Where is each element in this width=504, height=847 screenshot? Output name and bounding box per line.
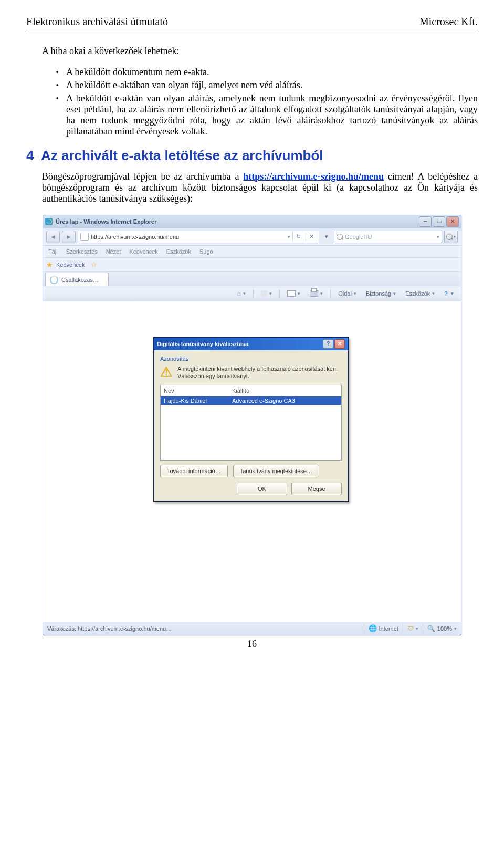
menu-tools[interactable]: Eszközök	[166, 248, 191, 255]
address-dropdown-icon[interactable]: ▾	[288, 234, 290, 239]
page-menu-button[interactable]: Oldal ▾	[335, 288, 360, 299]
section-paragraph: Böngészőprogramjával lépjen be az archív…	[42, 171, 478, 204]
address-field[interactable]: https://archivum.e-szigno.hu/menu ▾ ↻ ✕	[78, 231, 319, 243]
menu-edit[interactable]: Szerkesztés	[66, 248, 98, 255]
home-icon: ⌂	[237, 289, 241, 297]
cert-row-issuer: Advanced e-Szigno CA3	[232, 398, 338, 404]
more-info-button[interactable]: További információ…	[160, 465, 228, 477]
search-provider-dropdown[interactable]: ▾	[321, 233, 332, 240]
tools-menu-button[interactable]: Eszközök ▾	[402, 288, 438, 299]
cert-row-name: Hajdu-Kis Dániel	[164, 398, 232, 404]
mail-icon	[287, 290, 296, 297]
column-name: Név	[164, 388, 232, 394]
status-protected-mode: 🛡 ▾	[403, 624, 418, 633]
dialog-message: A megtekinteni kívánt webhely a felhaszn…	[177, 365, 342, 380]
section-heading: 4 Az archivált e-akta letöltése az archí…	[26, 148, 478, 164]
warning-icon: ⚠	[160, 365, 172, 380]
favorites-label[interactable]: Kedvencek	[56, 262, 85, 268]
tab-connecting[interactable]: Csatlakozás…	[45, 273, 109, 286]
status-zone: 🌐 Internet	[364, 624, 398, 633]
toolbar-row: ⌂▾ ▾ ▾ ▾ Oldal ▾ Biztonság ▾ Eszközök ▾ …	[43, 286, 461, 301]
address-row: ◄ ► https://archivum.e-szigno.hu/menu ▾ …	[43, 228, 461, 246]
browser-window: Üres lap - Windows Internet Explorer ━ ▭…	[43, 215, 461, 635]
intro-line: A hiba okai a következőek lehetnek:	[42, 45, 478, 57]
window-controls: ━ ▭ ✕	[419, 216, 459, 227]
back-button[interactable]: ◄	[46, 231, 60, 243]
page-header: Elektronikus archiválási útmutató Micros…	[26, 16, 478, 30]
section-number: 4	[26, 148, 34, 163]
rss-icon	[261, 290, 267, 297]
dialog-close-button[interactable]: ✕	[334, 339, 345, 349]
search-go-button[interactable]: ▾	[444, 231, 458, 243]
header-underline	[26, 30, 478, 30]
zoom-value: 100%	[437, 625, 452, 632]
cert-row[interactable]: Hajdu-Kis Dániel Advanced e-Szigno CA3	[161, 396, 341, 405]
refresh-button[interactable]: ↻	[292, 232, 303, 242]
status-zoom[interactable]: 🔍 100% ▾	[423, 624, 457, 633]
shield-icon: 🛡	[407, 625, 414, 632]
cert-listbox[interactable]: Név Kiállító Hajdu-Kis Dániel Advanced e…	[160, 385, 342, 461]
menu-help[interactable]: Súgó	[200, 248, 213, 255]
dialog-group-label: Azonosítás	[160, 355, 342, 362]
add-favorite-icon[interactable]: ☆	[91, 260, 97, 268]
window-title: Üres lap - Windows Internet Explorer	[56, 218, 419, 225]
archive-url-link[interactable]: https://archivum.e-szigno.hu/menu	[243, 171, 384, 182]
header-left: Elektronikus archiválási útmutató	[26, 16, 168, 28]
bullet-item: A beküldött dokumentum nem e-akta.	[63, 67, 478, 78]
connecting-icon	[50, 276, 58, 284]
page-icon	[80, 233, 89, 241]
stop-button[interactable]: ✕	[306, 232, 317, 242]
feeds-button[interactable]: ▾	[258, 288, 275, 299]
chevron-down-icon: ▾	[454, 626, 457, 631]
mail-button[interactable]: ▾	[284, 288, 303, 299]
menu-bar: Fájl Szerkesztés Nézet Kedvencek Eszközö…	[43, 246, 461, 258]
printer-icon	[310, 290, 318, 297]
minimize-button[interactable]: ━	[419, 216, 432, 227]
help-button[interactable]: ?▾	[441, 288, 457, 299]
menu-view[interactable]: Nézet	[106, 248, 121, 255]
bullet-list: A beküldött dokumentum nem e-akta. A bek…	[52, 67, 478, 137]
home-button[interactable]: ⌂▾	[234, 288, 249, 299]
toolbar-separator	[330, 289, 331, 298]
dialog-message-row: ⚠ A megtekinteni kívánt webhely a felhas…	[160, 365, 342, 380]
search-dropdown-icon[interactable]: ▾	[437, 234, 439, 239]
search-placeholder: GoogleHU	[345, 234, 435, 240]
dialog-help-button[interactable]: ?	[323, 339, 333, 349]
cert-list-header: Név Kiállító	[161, 386, 341, 396]
bullet-item: A beküldött e-aktán van olyan aláírás, a…	[63, 93, 478, 137]
status-bar: Várakozás: https://archivum.e-szigno.hu/…	[43, 622, 461, 635]
section-title: Az archivált e-akta letöltése az archívu…	[41, 148, 323, 163]
cancel-button[interactable]: Mégse	[291, 483, 342, 495]
maximize-button[interactable]: ▭	[433, 216, 445, 227]
tab-label: Csatlakozás…	[61, 277, 99, 283]
address-text: https://archivum.e-szigno.hu/menu	[91, 234, 286, 240]
header-right: Microsec Kft.	[419, 16, 478, 28]
status-text: Várakozás: https://archivum.e-szigno.hu/…	[47, 625, 226, 632]
dialog-body: Azonosítás ⚠ A megtekinteni kívánt webhe…	[154, 350, 348, 502]
ok-button[interactable]: OK	[237, 483, 287, 495]
dialog-title: Digitális tanúsítvány kiválasztása	[157, 341, 322, 347]
toolbar-separator	[279, 289, 280, 298]
favorites-bar: ★ Kedvencek ☆	[43, 258, 461, 272]
forward-button[interactable]: ►	[62, 231, 76, 243]
tab-row: Csatlakozás…	[43, 272, 461, 286]
search-icon	[337, 234, 343, 240]
safety-menu-button[interactable]: Biztonság ▾	[363, 288, 399, 299]
globe-icon: 🌐	[369, 624, 377, 632]
toolbar-separator	[253, 289, 254, 298]
zoom-icon: 🔍	[427, 625, 435, 632]
dialog-secondary-buttons: További információ… Tanúsítvány megtekin…	[160, 465, 342, 477]
star-icon[interactable]: ★	[46, 260, 53, 269]
bullet-item: A beküldött e-aktában van olyan fájl, am…	[63, 80, 478, 91]
ie-icon	[45, 218, 52, 225]
print-button[interactable]: ▾	[307, 288, 326, 299]
search-field[interactable]: GoogleHU ▾	[334, 231, 442, 243]
menu-favorites[interactable]: Kedvencek	[129, 248, 158, 255]
chevron-down-icon: ▾	[416, 626, 418, 631]
close-button[interactable]: ✕	[446, 216, 459, 227]
cert-dialog: Digitális tanúsítvány kiválasztása ? ✕ A…	[153, 337, 349, 503]
menu-file[interactable]: Fájl	[48, 248, 58, 255]
view-cert-button[interactable]: Tanúsítvány megtekintése…	[233, 465, 319, 477]
browser-content: Digitális tanúsítvány kiválasztása ? ✕ A…	[43, 301, 461, 622]
column-issuer: Kiállító	[232, 388, 338, 394]
